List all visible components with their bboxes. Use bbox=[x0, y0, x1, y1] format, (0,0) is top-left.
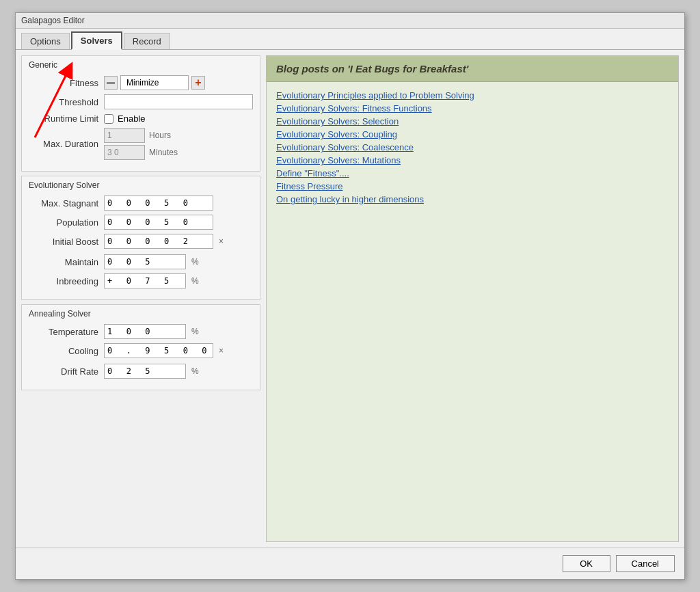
initial-boost-unit: × bbox=[219, 237, 224, 246]
threshold-label: Threshold bbox=[29, 97, 104, 107]
blog-link-5[interactable]: Evolutionary Solvers: Mutations bbox=[276, 155, 669, 165]
max-stagnant-label: Max. Stagnant bbox=[29, 198, 104, 208]
blog-link-2[interactable]: Evolutionary Solvers: Selection bbox=[276, 116, 669, 126]
maintain-input[interactable] bbox=[104, 254, 186, 269]
fitness-value-display: Minimize bbox=[120, 75, 189, 90]
tab-solvers[interactable]: Solvers bbox=[71, 31, 122, 50]
fitness-value: Minimize bbox=[126, 78, 159, 88]
generic-title: Generic bbox=[29, 60, 253, 70]
annealing-section: Annealing Solver Temperature % Cooling × bbox=[21, 304, 260, 390]
drift-rate-unit: % bbox=[191, 366, 199, 376]
tab-bar: Options Solvers Record bbox=[16, 29, 684, 50]
maintain-label: Maintain bbox=[29, 257, 104, 267]
evolutionary-section: Evolutionary Solver Max. Stagnant Popula… bbox=[21, 176, 260, 300]
blog-link-6[interactable]: Define "Fitness".... bbox=[276, 168, 669, 178]
max-stagnant-input[interactable] bbox=[104, 196, 213, 211]
window-title: Galapagos Editor bbox=[21, 16, 85, 25]
hours-input[interactable] bbox=[104, 128, 145, 143]
drift-rate-row: Drift Rate % bbox=[29, 364, 253, 379]
population-row: Population bbox=[29, 215, 253, 230]
runtime-label: Runtime Limit bbox=[29, 113, 104, 124]
inbreeding-control: % bbox=[104, 273, 199, 288]
temperature-control: % bbox=[104, 324, 199, 339]
cooling-row: Cooling × bbox=[29, 343, 253, 358]
blog-link-3[interactable]: Evolutionary Solvers: Coupling bbox=[276, 129, 669, 139]
fitness-row: Fitness Minimize + bbox=[29, 75, 253, 90]
blog-link-8[interactable]: On getting lucky in higher dimensions bbox=[276, 194, 669, 204]
cooling-input[interactable] bbox=[104, 343, 213, 358]
cooling-label: Cooling bbox=[29, 346, 104, 356]
tab-options[interactable]: Options bbox=[21, 33, 70, 49]
minutes-input[interactable] bbox=[104, 145, 145, 160]
bottom-bar: OK Cancel bbox=[16, 548, 684, 579]
population-label: Population bbox=[29, 217, 104, 228]
left-panel: Generic Fitness Minimize + bbox=[21, 55, 260, 542]
minutes-unit: Minutes bbox=[149, 148, 178, 157]
blog-link-7[interactable]: Fitness Pressure bbox=[276, 181, 669, 191]
temperature-unit: % bbox=[191, 327, 199, 336]
blog-link-4[interactable]: Evolutionary Solvers: Coalescence bbox=[276, 142, 669, 152]
enable-checkbox[interactable] bbox=[104, 114, 113, 124]
main-window: Galapagos Editor Options Solvers Record bbox=[15, 12, 685, 580]
ok-button[interactable]: OK bbox=[563, 555, 610, 572]
content-area: Generic Fitness Minimize + bbox=[16, 50, 684, 548]
hours-unit: Hours bbox=[149, 131, 171, 140]
title-bar: Galapagos Editor bbox=[16, 13, 684, 29]
temperature-input[interactable] bbox=[104, 324, 186, 339]
fitness-control: Minimize + bbox=[104, 75, 205, 90]
enable-label: Enable bbox=[118, 113, 145, 124]
initial-boost-row: Initial Boost × bbox=[29, 234, 253, 249]
threshold-row: Threshold bbox=[29, 94, 253, 109]
drift-rate-control: % bbox=[104, 364, 199, 379]
evolutionary-title: Evolutionary Solver bbox=[29, 180, 253, 190]
population-input[interactable] bbox=[104, 215, 213, 230]
initial-boost-input[interactable] bbox=[104, 234, 213, 249]
maintain-unit: % bbox=[191, 257, 199, 267]
drift-rate-input[interactable] bbox=[104, 364, 186, 379]
runtime-control: Enable bbox=[104, 113, 145, 124]
maintain-control: % bbox=[104, 254, 199, 269]
generic-section: Generic Fitness Minimize + bbox=[21, 55, 260, 172]
tab-record[interactable]: Record bbox=[124, 33, 170, 49]
inbreeding-label: Inbreeding bbox=[29, 276, 104, 286]
blog-header: Blog posts on 'I Eat Bugs for Breakfast' bbox=[267, 56, 678, 82]
annealing-title: Annealing Solver bbox=[29, 309, 253, 319]
temperature-row: Temperature % bbox=[29, 324, 253, 339]
threshold-input[interactable] bbox=[104, 94, 253, 109]
right-panel: Blog posts on 'I Eat Bugs for Breakfast'… bbox=[266, 55, 679, 542]
cooling-unit: × bbox=[219, 346, 224, 355]
blog-link-0[interactable]: Evolutionary Principles applied to Probl… bbox=[276, 90, 669, 100]
drift-rate-label: Drift Rate bbox=[29, 366, 104, 377]
cooling-control: × bbox=[104, 343, 224, 358]
temperature-label: Temperature bbox=[29, 327, 104, 337]
cancel-button[interactable]: Cancel bbox=[616, 555, 675, 572]
initial-boost-control: × bbox=[104, 234, 224, 249]
max-stagnant-row: Max. Stagnant bbox=[29, 196, 253, 211]
inbreeding-unit: % bbox=[191, 276, 199, 286]
runtime-row: Runtime Limit Enable bbox=[29, 113, 253, 124]
fitness-minus-button[interactable] bbox=[104, 76, 118, 90]
fitness-plus-button[interactable]: + bbox=[191, 76, 205, 90]
max-duration-row: Max. Duration Hours Minutes bbox=[29, 128, 253, 160]
max-duration-label: Max. Duration bbox=[29, 139, 104, 149]
inbreeding-input[interactable] bbox=[104, 273, 186, 288]
initial-boost-label: Initial Boost bbox=[29, 237, 104, 247]
blog-link-1[interactable]: Evolutionary Solvers: Fitness Functions bbox=[276, 103, 669, 113]
fitness-label: Fitness bbox=[29, 78, 104, 88]
maintain-row: Maintain % bbox=[29, 254, 253, 269]
blog-links: Evolutionary Principles applied to Probl… bbox=[267, 82, 678, 213]
inbreeding-row: Inbreeding % bbox=[29, 273, 253, 288]
